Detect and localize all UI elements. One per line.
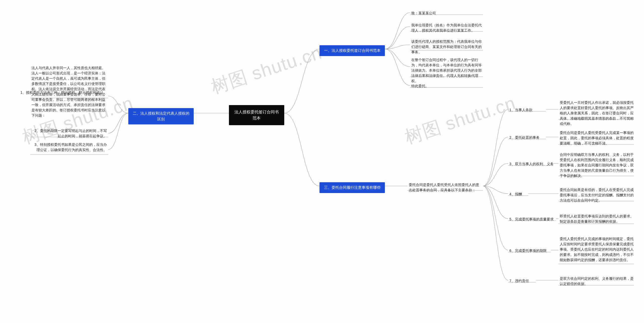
branch-1[interactable]: 一、法人授权委托签订合同书范本 [319, 45, 385, 56]
b3-item-2-val: 合同中应明确双方当事人的权利、义务，以利于受委托人在权利范围内完全履行义务，顺利… [560, 152, 635, 178]
b2-leaf-2: 3、特别授权委托书如果是公民之间的，应当办理公证，以确保委托行为的真实性、合法性… [31, 142, 107, 153]
b3-item-3-key: 4、报酬 [509, 192, 530, 197]
b3-item-6-val: 是双方依合同约定的权利、义务履行的结果，是认定赔偿的依据。 [560, 276, 635, 287]
mindmap-canvas: 树图 shutu.cn 树图 shutu.cn 树图 shutu.cn [0, 0, 644, 323]
b2-leaf-1: 2、委托的期限一定要写明起与止的时间，不写起止的时间，就容易引起争议。 [31, 128, 107, 139]
branch-2[interactable]: 二、法人授权和法定代表人授权的区别 [128, 108, 194, 124]
root-node[interactable]: 法人授权委托签订合同书范本 [229, 105, 284, 125]
branch-3[interactable]: 三、委托合同履行注意事项有哪些 [319, 182, 385, 193]
b1-leaf-4: 特此委托。 [411, 83, 484, 89]
b3-item-5-key: 6、完成委托事项的期限 [509, 248, 552, 253]
b3-item-6-key: 7、违约责任 [509, 278, 537, 284]
b3-item-3-val: 委托合同如果是有偿的，委托人在受委托人完成委托事项后，应当支付约定的报酬。报酬支… [560, 187, 635, 203]
b2-leaf-0: 1、授权委托方法有三种：明示授权、默示授权和追认。 [14, 90, 107, 95]
b3-item-4-val: 即受托人处置委托事项应达到的委托人的要求。制定该条款是衡量和计算报酬的依据。 [560, 214, 635, 224]
b1-leaf-3: 在整个签订合同过程中，该代理人的一切行为，均代表本单位，与本单位的行为具有同等法… [411, 57, 484, 84]
b3-intro: 委托合同是委托人委托受托人依照委托人的意志处置事务的合同，应具备以下主要条款： [409, 182, 482, 193]
b1-leaf-1: 我单位现委托（姓名）作为我单位合法委托代理人，授权其代表我单位进行某某工作。 [411, 23, 484, 33]
b3-item-1-val: 委托合同是委托人委托受委托人完成某一事项的处置，因此，委托的事项必须具体，处置的… [560, 130, 635, 146]
watermark: 树图 shutu.cn [401, 91, 518, 150]
b3-item-4-key: 5、完成委托事项的质量要求 [509, 217, 557, 222]
b3-item-1-key: 2、委托处置的事务 [509, 135, 547, 140]
b3-item-2-key: 3、双方当事人的权利、义务 [509, 161, 556, 167]
b3-item-0-key: 1、当事人条款 [509, 107, 547, 113]
b3-item-5-val: 委托人委托受托人完成的事项的时间规定，委托人应按时间约定要求受委托人保质保量完成… [560, 236, 635, 263]
b1-leaf-2: 该委托代理人的授权范围为：代表我单位与你们进行磋商、某某文件和处理签订合同有关的… [411, 39, 484, 55]
b1-leaf-0: 致：某某某公司 [411, 11, 484, 16]
watermark: 树图 shutu.cn [208, 41, 325, 99]
b3-item-0-val: 受委托人一旦对委托人作出承诺，就必须按委托人的要求处置好委托人委托的事项。反映出… [560, 100, 635, 126]
